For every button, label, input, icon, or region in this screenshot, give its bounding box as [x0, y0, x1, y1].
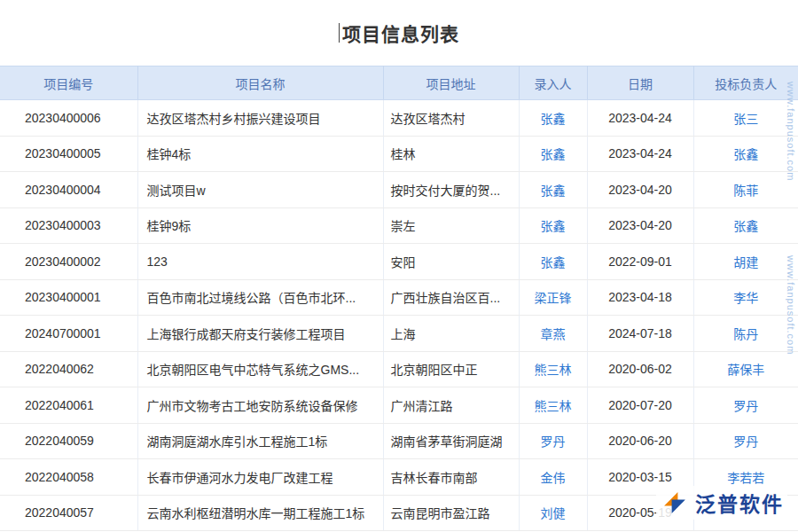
- title-bar: 项目信息列表: [0, 0, 798, 66]
- project-address-cell: 上海: [383, 316, 519, 352]
- project-name-cell: 测试项目w: [137, 172, 383, 208]
- date-cell: 2022-09-01: [587, 244, 693, 280]
- project-name-cell: 达孜区塔杰村乡村振兴建设项目: [137, 100, 383, 137]
- recorder-link[interactable]: 章燕: [519, 316, 587, 352]
- bidder-link[interactable]: 胡建: [693, 244, 798, 280]
- table-row[interactable]: 20230400004 测试项目w 按时交付大厦的贺... 张鑫 2023-04…: [0, 172, 798, 208]
- col-header-code: 项目编号: [0, 66, 137, 100]
- date-cell: 2020-06-02: [587, 351, 693, 387]
- project-code-cell: 20240700001: [0, 316, 137, 352]
- brand-pinwheel-icon: [660, 488, 690, 518]
- project-name-cell: 123: [137, 244, 383, 280]
- table-body: 20230400006 达孜区塔杰村乡村振兴建设项目 达孜区塔杰村 张鑫 202…: [0, 100, 798, 531]
- project-address-cell: 达孜区塔杰村: [383, 100, 519, 137]
- project-address-cell: 广州清江路: [383, 387, 519, 424]
- project-name-cell: 湖南洞庭湖水库引水工程施工1标: [137, 423, 383, 459]
- date-cell: 2020-07-20: [587, 387, 693, 424]
- table-row[interactable]: 20230400001 百色市南北过境线公路（百色市北环... 广西壮族自治区百…: [0, 279, 798, 316]
- col-header-date: 日期: [587, 66, 693, 100]
- project-code-cell: 20230400003: [0, 207, 137, 244]
- recorder-link[interactable]: 刘健: [519, 495, 587, 531]
- table-row[interactable]: 2022040059 湖南洞庭湖水库引水工程施工1标 湖南省茅草街洞庭湖 罗丹 …: [0, 423, 798, 459]
- table-row[interactable]: 20230400006 达孜区塔杰村乡村振兴建设项目 达孜区塔杰村 张鑫 202…: [0, 100, 798, 137]
- table-header: 项目编号 项目名称 项目地址 录入人 日期 投标负责人: [0, 66, 798, 100]
- project-name-cell: 桂钟4标: [137, 136, 383, 172]
- table-row[interactable]: 20230400003 桂钟9标 崇左 张鑫 2023-04-20 张鑫: [0, 207, 798, 244]
- table-row[interactable]: 20230400005 桂钟4标 桂林 张鑫 2023-04-24 张鑫: [0, 136, 798, 172]
- date-cell: 2020-06-20: [587, 423, 693, 459]
- date-cell: 2023-04-24: [587, 136, 693, 172]
- project-code-cell: 20230400004: [0, 172, 137, 208]
- bidder-link[interactable]: 陈菲: [693, 172, 798, 208]
- brand-name: 泛普软件: [695, 488, 784, 518]
- col-header-bidder: 投标负责人: [693, 66, 798, 100]
- project-code-cell: 20230400006: [0, 100, 137, 137]
- project-name-cell: 北京朝阳区电气中芯特气系统之GMS...: [137, 351, 383, 387]
- date-cell: 2023-04-24: [587, 100, 693, 137]
- table-row[interactable]: 20230400002 123 安阳 张鑫 2022-09-01 胡建: [0, 244, 798, 280]
- project-name-cell: 百色市南北过境线公路（百色市北环...: [137, 279, 383, 316]
- recorder-link[interactable]: 张鑫: [519, 244, 587, 280]
- date-cell: 2024-07-18: [587, 316, 693, 352]
- bidder-link[interactable]: 张三: [693, 100, 798, 137]
- table-row[interactable]: 2022040061 广州市文物考古工地安防系统设备保修 广州清江路 熊三林 2…: [0, 387, 798, 424]
- text-cursor: [339, 23, 340, 43]
- bidder-link[interactable]: 薛保丰: [693, 351, 798, 387]
- project-code-cell: 20230400001: [0, 279, 137, 316]
- project-address-cell: 广西壮族自治区百...: [383, 279, 519, 316]
- date-cell: 2023-04-20: [587, 172, 693, 208]
- project-name-cell: 云南水利枢纽潜明水库一期工程施工1标: [137, 495, 383, 531]
- project-name-cell: 桂钟9标: [137, 207, 383, 244]
- recorder-link[interactable]: 熊三林: [519, 351, 587, 387]
- project-name-cell: 长春市伊通河水力发电厂改建工程: [137, 459, 383, 496]
- project-code-cell: 2022040062: [0, 351, 137, 387]
- bidder-link[interactable]: 张鑫: [693, 136, 798, 172]
- date-cell: 2023-04-18: [587, 279, 693, 316]
- project-address-cell: 湖南省茅草街洞庭湖: [383, 423, 519, 459]
- project-name-cell: 上海银行成都天府支行装修工程项目: [137, 316, 383, 352]
- date-cell: 2023-04-20: [587, 207, 693, 244]
- project-address-cell: 按时交付大厦的贺...: [383, 172, 519, 208]
- recorder-link[interactable]: 熊三林: [519, 387, 587, 424]
- project-address-cell: 云南昆明市盈江路: [383, 495, 519, 531]
- recorder-link[interactable]: 张鑫: [519, 136, 587, 172]
- project-code-cell: 2022040061: [0, 387, 137, 424]
- bidder-link[interactable]: 罗丹: [693, 387, 798, 424]
- project-code-cell: 20230400002: [0, 244, 137, 280]
- bidder-link[interactable]: 张鑫: [693, 207, 798, 244]
- project-address-cell: 北京朝阳区中正: [383, 351, 519, 387]
- project-code-cell: 2022040058: [0, 459, 137, 496]
- project-address-cell: 吉林长春市南部: [383, 459, 519, 496]
- table-row[interactable]: 20240700001 上海银行成都天府支行装修工程项目 上海 章燕 2024-…: [0, 316, 798, 352]
- bidder-link[interactable]: 罗丹: [693, 423, 798, 459]
- project-info-page: 项目信息列表 项目编号 项目名称 项目地址 录入人 日期 投标负责人 20230…: [0, 0, 798, 532]
- project-code-cell: 20230400005: [0, 136, 137, 172]
- recorder-link[interactable]: 罗丹: [519, 423, 587, 459]
- recorder-link[interactable]: 金伟: [519, 459, 587, 496]
- bidder-link[interactable]: 李华: [693, 279, 798, 316]
- bidder-link[interactable]: 陈丹: [693, 316, 798, 352]
- brand-logo: 泛普软件: [656, 486, 787, 520]
- project-address-cell: 桂林: [383, 136, 519, 172]
- page-title: 项目信息列表: [342, 20, 459, 46]
- project-name-cell: 广州市文物考古工地安防系统设备保修: [137, 387, 383, 424]
- recorder-link[interactable]: 张鑫: [519, 172, 587, 208]
- col-header-recorder: 录入人: [519, 66, 587, 100]
- project-address-cell: 崇左: [383, 207, 519, 244]
- col-header-address: 项目地址: [383, 66, 519, 100]
- project-code-cell: 2022040057: [0, 495, 137, 531]
- col-header-name: 项目名称: [137, 66, 383, 100]
- table-row[interactable]: 2022040062 北京朝阳区电气中芯特气系统之GMS... 北京朝阳区中正 …: [0, 351, 798, 387]
- project-code-cell: 2022040059: [0, 423, 137, 459]
- project-table: 项目编号 项目名称 项目地址 录入人 日期 投标负责人 20230400006 …: [0, 66, 798, 531]
- recorder-link[interactable]: 梁正锋: [519, 279, 587, 316]
- recorder-link[interactable]: 张鑫: [519, 207, 587, 244]
- project-address-cell: 安阳: [383, 244, 519, 280]
- recorder-link[interactable]: 张鑫: [519, 100, 587, 137]
